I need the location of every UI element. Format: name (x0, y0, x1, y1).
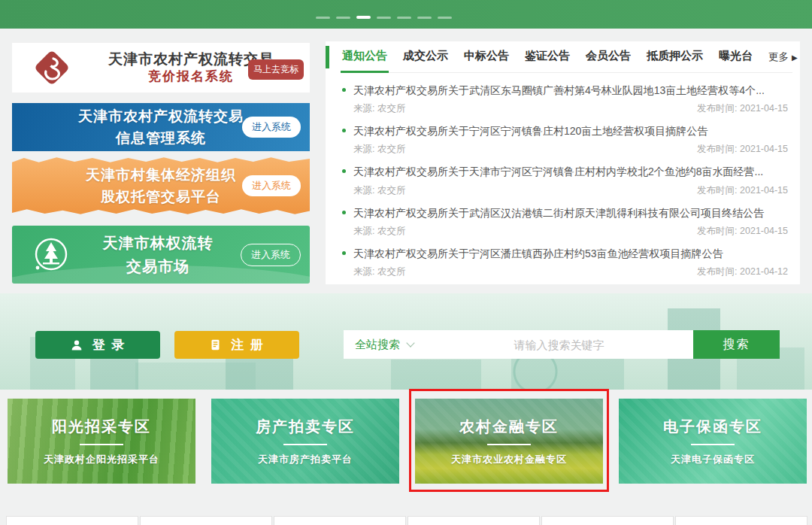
notice-source: 来源: 农交所 (353, 225, 405, 238)
equity-banner-line1: 天津市村集体经济组织 (86, 164, 236, 186)
footer-box[interactable] (140, 516, 272, 525)
carousel-dash[interactable] (397, 17, 411, 19)
list-item: 天津农村产权交易所关于宁河区潘庄镇西孙庄村约53亩鱼池经营权项目摘牌公告 来源:… (342, 247, 789, 278)
bullet-icon (342, 88, 346, 92)
footer-box[interactable] (675, 516, 807, 525)
notice-list: 天津农村产权交易所关于武清区东马圈镇广善村第4号林业队园地13亩土地经营权等4个… (342, 83, 789, 278)
tab-certification[interactable]: 鉴证公告 (525, 49, 570, 72)
search-scope-select[interactable]: 全站搜索 (344, 330, 425, 359)
register-button[interactable]: 注 册 (174, 331, 299, 359)
equity-platform-banner[interactable]: 天津市村集体经济组织 股权托管交易平台 进入系统 (12, 155, 310, 217)
exchange-logo-icon (32, 47, 72, 88)
more-link[interactable]: 更多▶ (768, 49, 798, 64)
chevron-down-icon (406, 338, 414, 347)
tree-icon (32, 235, 71, 275)
bullet-icon (342, 211, 346, 214)
info-enter-system-button[interactable]: 进入系统 (242, 117, 301, 138)
carousel-indicators (316, 16, 452, 19)
notice-source: 来源: 农交所 (353, 184, 405, 197)
list-item: 天津农村产权交易所关于武清区汉沽港镇二街村原天津凯得利科技有限公司项目终结公告 … (342, 206, 789, 238)
tab-notice[interactable]: 通知公告 (342, 49, 387, 72)
footer-partial-row (6, 516, 807, 525)
divider (487, 444, 531, 445)
zone-rural-finance[interactable]: 农村金融专区 天津市农业农村金融专区 (415, 399, 603, 484)
divider (80, 444, 123, 445)
bullet-icon (342, 129, 346, 132)
notice-link[interactable]: 天津农村产权交易所关于天津市宁河区宁河镇鲁庄村村内学校北2个鱼池约8亩水面经营.… (342, 165, 789, 178)
info-system-banner[interactable]: 天津市农村产权流转交易 信息管理系统 进入系统 (12, 103, 310, 151)
carousel-dash-active[interactable] (356, 16, 371, 19)
list-item: 天津农村产权交易所关于天津市宁河区宁河镇鲁庄村村内学校北2个鱼池约8亩水面经营.… (342, 165, 789, 196)
notice-date: 发布时间: 2021-04-15 (697, 225, 788, 238)
list-item: 天津农村产权交易所关于宁河区宁河镇鲁庄村120亩土地经营权项目摘牌公告 来源: … (342, 124, 789, 156)
zone-real-estate-auction[interactable]: 房产拍卖专区 天津市房产拍卖平台 (211, 399, 399, 484)
footer-box[interactable] (541, 516, 674, 525)
info-banner-line1: 天津市农村产权流转交易 (78, 105, 244, 127)
bidding-system-card[interactable]: 天津市农村产权流转交易 竞价报名系统 马上去竞标 (12, 43, 310, 93)
tab-pledge[interactable]: 抵质押公示 (647, 49, 703, 72)
forest-banner-line1: 天津市林权流转 (71, 232, 245, 255)
notice-link[interactable]: 天津农村产权交易所关于宁河区宁河镇鲁庄村120亩土地经营权项目摘牌公告 (342, 124, 789, 138)
search-button[interactable]: 搜索 (693, 330, 780, 359)
tab-member[interactable]: 会员公告 (586, 49, 631, 72)
tab-deals[interactable]: 成交公示 (403, 49, 448, 72)
notice-link[interactable]: 天津农村产权交易所关于武清区汉沽港镇二街村原天津凯得利科技有限公司项目终结公告 (342, 206, 789, 220)
zone-sunshine-procurement[interactable]: 阳光招采专区 天津政村企阳光招采平台 (8, 399, 195, 484)
tab-winning-bid[interactable]: 中标公告 (464, 49, 509, 72)
top-carousel-bar (0, 0, 812, 29)
id-card-icon (209, 338, 222, 351)
tab-accent-bar (326, 46, 329, 68)
carousel-dash[interactable] (438, 17, 452, 19)
go-bid-button[interactable]: 马上去竞标 (248, 59, 304, 80)
notice-date: 发布时间: 2021-04-15 (697, 143, 788, 156)
zone-e-guarantee[interactable]: 电子保函专区 天津电子保函专区 (619, 399, 807, 484)
notice-tabs: 通知公告 成交公示 中标公告 鉴证公告 会员公告 抵质押公示 曝光台 更多▶ (342, 41, 792, 73)
carousel-dash[interactable] (336, 17, 350, 19)
notice-date: 发布时间: 2021-04-15 (697, 184, 788, 197)
info-banner-line2: 信息管理系统 (78, 127, 244, 149)
bullet-icon (342, 251, 346, 255)
list-item: 天津农村产权交易所关于武清区东马圈镇广善村第4号林业队园地13亩土地经营权等4个… (342, 83, 789, 115)
forest-banner-line2: 交易市场 (71, 255, 245, 278)
carousel-dash[interactable] (417, 17, 432, 19)
search-input[interactable] (425, 330, 693, 359)
notice-date: 发布时间: 2021-04-15 (697, 102, 788, 115)
equity-enter-system-button[interactable]: 进入系统 (242, 175, 301, 196)
carousel-dash[interactable] (316, 17, 330, 19)
divider (283, 444, 327, 445)
equity-banner-line2: 股权托管交易平台 (86, 186, 236, 208)
user-icon (70, 338, 83, 352)
notice-date: 发布时间: 2021-04-12 (697, 266, 788, 278)
footer-box[interactable] (274, 516, 406, 525)
notice-source: 来源: 农交所 (353, 143, 405, 156)
notice-panel: 通知公告 成交公示 中标公告 鉴证公告 会员公告 抵质押公示 曝光台 更多▶ 天… (326, 41, 800, 284)
tab-exposure[interactable]: 曝光台 (719, 49, 753, 72)
bullet-icon (342, 169, 346, 173)
site-search-bar: 全站搜索 搜索 (344, 330, 780, 359)
login-button[interactable]: 登 录 (35, 331, 160, 359)
footer-box[interactable] (408, 516, 540, 525)
notice-link[interactable]: 天津农村产权交易所关于武清区东马圈镇广善村第4号林业队园地13亩土地经营权等4个… (342, 83, 789, 97)
notice-source: 来源: 农交所 (353, 266, 405, 278)
more-arrow-icon: ▶ (792, 53, 798, 62)
forest-market-banner[interactable]: 天津市林权流转 交易市场 进入系统 (12, 226, 310, 284)
forest-enter-system-button[interactable]: 进入系统 (241, 244, 301, 266)
notice-source: 来源: 农交所 (353, 102, 405, 115)
footer-box[interactable] (6, 516, 138, 525)
divider (691, 444, 735, 445)
carousel-dash[interactable] (377, 17, 391, 19)
notice-link[interactable]: 天津农村产权交易所关于宁河区潘庄镇西孙庄村约53亩鱼池经营权项目摘牌公告 (342, 247, 789, 260)
